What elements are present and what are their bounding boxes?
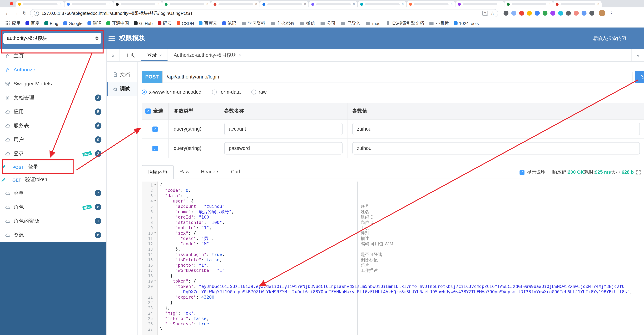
tab-curl[interactable]: Curl — [225, 165, 246, 179]
tab-doc-view[interactable]: 文档 — [107, 68, 137, 82]
tab-close-icon[interactable]: × — [353, 2, 355, 6]
translate-icon[interactable]: 文 — [482, 11, 488, 16]
extension-icon[interactable] — [582, 11, 586, 16]
request-path-input[interactable] — [162, 71, 632, 83]
radio-x-www-form-urlencoded[interactable]: x-www-form-urlencoded — [142, 89, 202, 95]
tab-close-icon[interactable]: × — [500, 2, 502, 6]
bookmark-item[interactable]: 公司 — [320, 20, 336, 26]
sidebar-item-role-resource[interactable]: 角色的资源1 — [0, 214, 106, 228]
search-input[interactable]: 请输入搜索内容 — [592, 35, 627, 42]
bookmark-item[interactable]: 百度云 — [199, 20, 217, 26]
tab-close-icon[interactable]: × — [60, 2, 62, 6]
sidebar-item-login[interactable]: 登录NEW2 — [0, 147, 106, 160]
tab-headers[interactable]: Headers — [195, 165, 225, 179]
extension-icon[interactable] — [519, 11, 524, 16]
module-select[interactable]: authority-权限模块 — [3, 32, 101, 44]
tab-authorize-module[interactable]: Authorize-authority-权限模块× — [168, 49, 248, 61]
radio-form-data[interactable]: form-data — [212, 89, 240, 95]
tabs-collapse-chevron[interactable]: « — [107, 49, 120, 61]
tab-close-icon[interactable]: × — [597, 2, 599, 6]
back-button[interactable]: ← — [4, 10, 11, 16]
send-button[interactable]: 发送 — [635, 71, 644, 83]
param-name-input[interactable] — [224, 123, 342, 135]
sidebar-item-user[interactable]: 用户9 — [0, 133, 106, 147]
sidebar-item-menu[interactable]: 菜单7 — [0, 186, 106, 200]
extension-icon[interactable] — [511, 11, 516, 16]
bookmark-item[interactable]: 学习资料 — [241, 20, 265, 26]
tab-raw[interactable]: Raw — [174, 165, 195, 179]
select-all-checkbox[interactable]: ✓ — [146, 108, 151, 114]
extension-icon[interactable] — [535, 11, 540, 16]
browser-tab[interactable]: × — [358, 1, 406, 8]
bookmark-item[interactable]: 码云 — [158, 20, 172, 26]
bookmark-item[interactable]: 开源中国 — [106, 20, 129, 26]
extension-icon[interactable] — [550, 11, 555, 16]
fold-caret-icon[interactable]: ▾ — [153, 193, 157, 198]
menu-toggle-icon[interactable] — [108, 36, 115, 41]
profile-avatar[interactable] — [599, 10, 605, 16]
tab-home[interactable]: 主页 — [120, 49, 141, 61]
extension-icon[interactable] — [527, 11, 532, 16]
fold-caret-icon[interactable]: ▾ — [153, 182, 157, 188]
bookmark-item[interactable]: 应用 — [5, 20, 20, 26]
tab-close-icon[interactable]: × — [158, 2, 159, 6]
bookmark-star-icon[interactable]: ☆ — [490, 10, 495, 16]
sidebar-item-swagger-models[interactable]: Swagger Models — [0, 77, 106, 91]
sidebar-item-home[interactable]: 主页 — [0, 49, 106, 63]
fold-caret-icon[interactable]: ▾ — [153, 230, 157, 236]
sidebar-api-get-验证token[interactable]: GET验证token — [0, 173, 106, 186]
browser-tab[interactable]: × — [16, 1, 64, 8]
browser-tab[interactable]: × — [407, 1, 455, 8]
bookmark-item[interactable]: 翻译 — [88, 20, 102, 26]
bookmark-item[interactable]: 已导入 — [340, 20, 360, 26]
url-bar[interactable]: i 127.0.0.1:8760/api/gate/doc.html#/auth… — [30, 9, 498, 17]
close-icon[interactable]: × — [159, 53, 162, 57]
fullscreen-icon[interactable] — [636, 170, 641, 174]
sidebar-api-post-登录[interactable]: POST登录 — [0, 160, 106, 173]
page-info-icon[interactable]: i — [34, 10, 39, 16]
bookmark-item[interactable]: 小目标 — [429, 20, 449, 26]
sidebar-item-authorize[interactable]: Authorize — [0, 63, 106, 77]
bookmark-item[interactable]: 百度 — [26, 20, 40, 26]
tabs-expand-chevron[interactable]: » — [631, 49, 644, 61]
browser-tab[interactable]: × — [260, 1, 308, 8]
browser-tab[interactable]: × — [211, 1, 260, 8]
row-checkbox[interactable]: ✓ — [152, 146, 158, 151]
browser-tab[interactable]: × — [553, 1, 602, 8]
sidebar-item-app[interactable]: 应用5 — [0, 105, 106, 119]
bookmark-item[interactable]: GitHub — [134, 21, 153, 26]
bookmark-item[interactable]: Bing — [44, 21, 58, 26]
bookmark-item[interactable]: ES搜索引擎文档 — [385, 20, 424, 26]
sidebar-item-service[interactable]: 服务表6 — [0, 119, 106, 133]
bookmark-item[interactable]: 什么都有 — [270, 20, 294, 26]
bookmark-item[interactable]: CSDN — [176, 21, 194, 26]
extension-icon[interactable] — [566, 11, 571, 16]
tab-close-icon[interactable]: × — [402, 2, 404, 6]
tab-debug-view[interactable]: 调试 — [107, 82, 137, 96]
extension-icon[interactable] — [542, 11, 548, 16]
sidebar-item-resource[interactable]: 资源6 — [0, 228, 106, 242]
close-icon[interactable]: × — [239, 53, 241, 57]
extension-icon[interactable] — [574, 11, 579, 16]
browser-tab[interactable]: × — [456, 1, 504, 8]
tab-close-icon[interactable]: × — [451, 2, 452, 6]
browser-tab[interactable]: × — [113, 1, 162, 8]
extension-icon[interactable] — [589, 11, 594, 16]
extension-icon[interactable] — [504, 11, 508, 16]
bookmark-item[interactable]: mac — [365, 20, 380, 26]
sidebar-item-doc-manage[interactable]: 文档管理3 — [0, 91, 106, 105]
param-name-input[interactable] — [224, 142, 342, 154]
tab-close-icon[interactable]: × — [206, 2, 208, 6]
extension-icon[interactable] — [558, 11, 563, 16]
reload-button[interactable]: ↻ — [22, 10, 28, 16]
browser-tab[interactable]: × — [162, 1, 211, 8]
sidebar-item-role[interactable]: 角色NEW8 — [0, 200, 106, 214]
show-desc-checkbox[interactable]: ✓ — [520, 170, 524, 175]
response-editor[interactable]: 1▾{2 "code": 0,3▾ "data": {4▾ "user": {5… — [142, 182, 644, 335]
tab-response-content[interactable]: 响应内容 — [142, 165, 174, 179]
bookmark-item[interactable]: 1024Tools — [454, 21, 479, 26]
tab-close-icon[interactable]: × — [304, 2, 306, 6]
tab-close-icon[interactable]: × — [255, 2, 257, 6]
bookmark-item[interactable]: 微信 — [300, 20, 315, 26]
browser-tab[interactable]: × — [64, 1, 113, 8]
